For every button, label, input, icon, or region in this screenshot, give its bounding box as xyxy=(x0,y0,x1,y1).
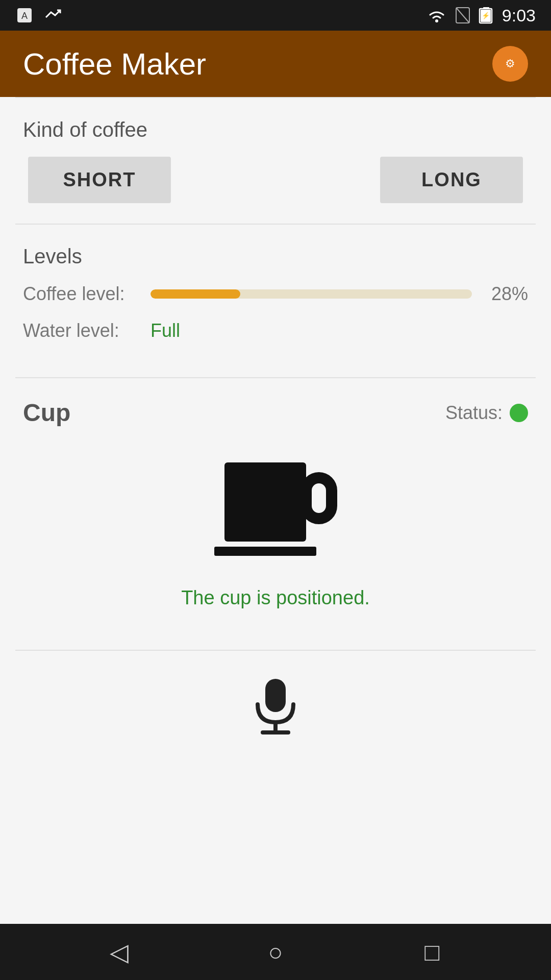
status-time: 9:03 xyxy=(502,6,536,26)
sim-icon xyxy=(455,7,470,24)
cup-title: Cup xyxy=(23,399,70,427)
app-bar: Coffee Maker ⚙ xyxy=(0,31,551,97)
levels-title: Levels xyxy=(23,245,528,268)
cup-status-label: Status: xyxy=(445,402,503,424)
coffee-level-track xyxy=(151,289,472,299)
wifi-icon xyxy=(427,8,447,23)
nav-back-button[interactable]: ◁ xyxy=(98,932,139,972)
water-level-label: Water level: xyxy=(23,320,140,341)
microphone-icon[interactable] xyxy=(250,676,301,738)
app-icon-1: A xyxy=(15,6,34,24)
svg-text:A: A xyxy=(21,11,28,21)
coffee-level-row: Coffee level: 28% xyxy=(23,283,528,305)
water-level-status: Full xyxy=(151,320,180,341)
coffee-level-fill xyxy=(151,289,240,299)
app-title: Coffee Maker xyxy=(23,46,206,82)
svg-text:⚡: ⚡ xyxy=(482,11,490,20)
cup-message: The cup is positioned. xyxy=(181,587,370,609)
cup-section: Cup Status: The cup is positioned. xyxy=(0,378,551,650)
coffee-kind-title: Kind of coffee xyxy=(23,118,528,141)
short-coffee-button[interactable]: SHORT xyxy=(28,157,171,203)
action-icon: ⚙ xyxy=(500,54,520,74)
cup-header: Cup Status: xyxy=(23,399,528,427)
cup-status-dot xyxy=(510,404,528,422)
svg-point-2 xyxy=(435,19,438,22)
cup-svg-container xyxy=(204,457,347,572)
svg-line-4 xyxy=(456,8,469,23)
svg-rect-6 xyxy=(483,7,489,9)
svg-text:⚙: ⚙ xyxy=(505,57,515,70)
status-bar-left: A xyxy=(15,6,62,24)
svg-rect-12 xyxy=(306,478,332,519)
status-bar-right: ⚡ 9:03 xyxy=(427,6,536,26)
svg-rect-14 xyxy=(265,679,286,712)
main-content: Kind of coffee SHORT LONG Levels Coffee … xyxy=(0,97,551,924)
cup-icon-area: The cup is positioned. xyxy=(23,447,528,629)
mic-section[interactable] xyxy=(0,651,551,768)
nav-recent-button[interactable]: □ xyxy=(412,932,453,972)
coffee-kind-section: Kind of coffee SHORT LONG xyxy=(0,98,551,224)
coffee-level-value: 28% xyxy=(482,283,528,305)
status-bar: A ⚡ 9:03 xyxy=(0,0,551,31)
cup-status-container: Status: xyxy=(445,402,528,424)
coffee-buttons-container: SHORT LONG xyxy=(23,157,528,203)
battery-icon: ⚡ xyxy=(479,7,494,24)
app-bar-action-button[interactable]: ⚙ xyxy=(492,46,528,82)
nav-home-button[interactable]: ○ xyxy=(255,932,296,972)
coffee-level-label: Coffee level: xyxy=(23,283,140,305)
long-coffee-button[interactable]: LONG xyxy=(380,157,523,203)
svg-rect-13 xyxy=(214,547,316,556)
app-icon-2 xyxy=(44,6,62,24)
cup-icon xyxy=(204,457,347,570)
levels-section: Levels Coffee level: 28% Water level: Fu… xyxy=(0,225,551,377)
water-level-row: Water level: Full xyxy=(23,320,528,341)
svg-rect-11 xyxy=(224,462,306,542)
nav-bar: ◁ ○ □ xyxy=(0,924,551,980)
